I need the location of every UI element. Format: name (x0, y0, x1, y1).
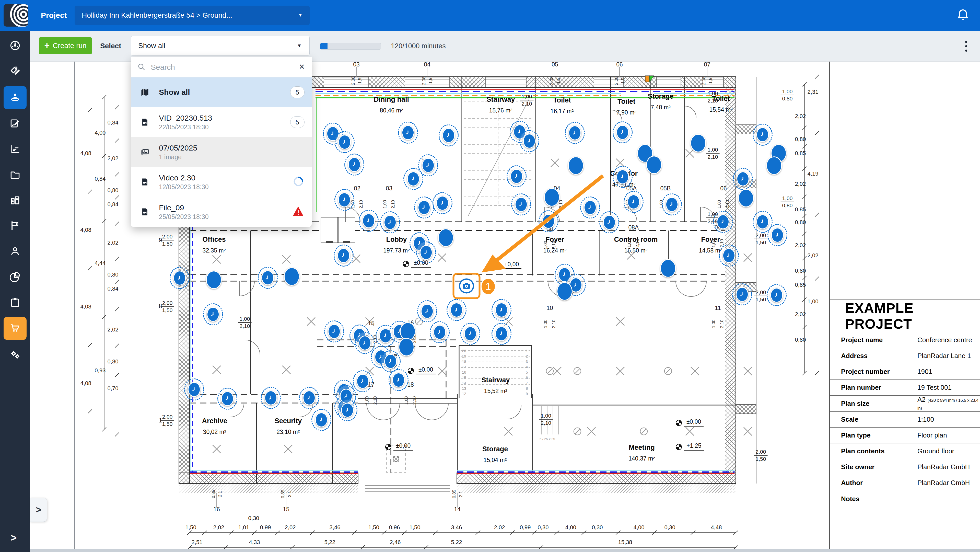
sidebar-item-clipboard[interactable] (3, 291, 27, 314)
plan-marker-dot[interactable] (766, 156, 782, 175)
plan-marker-clock[interactable] (341, 403, 354, 418)
plan-marker-clock[interactable] (402, 125, 414, 140)
plan-marker-clock[interactable] (420, 245, 433, 260)
sidebar-item-report-signature[interactable] (3, 113, 27, 135)
filter-select[interactable]: Show all ▼ (131, 36, 310, 56)
plan-marker-clock[interactable] (584, 200, 597, 215)
plan-marker-clock[interactable] (523, 134, 536, 148)
sidebar-collapse-icon[interactable]: > (11, 532, 17, 544)
plan-marker-clock[interactable] (315, 412, 328, 427)
plan-marker-clock[interactable] (495, 302, 508, 317)
plan-marker-clock[interactable] (356, 374, 369, 389)
sidebar-item-folder[interactable] (3, 164, 27, 186)
plan-marker-clock[interactable] (442, 128, 455, 143)
plan-marker-clock[interactable] (407, 172, 420, 186)
planradar-logo[interactable] (3, 4, 28, 27)
close-icon[interactable]: × (299, 61, 304, 72)
plan-marker-dot[interactable] (284, 267, 300, 286)
plan-marker-clock[interactable] (495, 326, 508, 341)
plan-marker-clock[interactable] (384, 354, 397, 369)
plan-marker-clock[interactable] (303, 390, 315, 405)
plan-marker-clock[interactable] (264, 390, 277, 405)
plus-icon: + (44, 41, 49, 50)
plan-marker-clock[interactable] (603, 215, 616, 230)
plan-marker-clock[interactable] (328, 324, 340, 339)
plan-marker-clock[interactable] (771, 228, 784, 242)
plan-marker-clock[interactable] (422, 158, 434, 173)
sidebar-item-dashboard-gauge[interactable] (3, 35, 27, 57)
plan-marker-dot[interactable] (557, 282, 573, 301)
plan-marker-clock[interactable] (450, 302, 463, 317)
plan-marker-clock[interactable] (616, 125, 629, 140)
plan-marker-clock[interactable] (756, 127, 769, 142)
plan-marker-dot[interactable] (646, 156, 662, 174)
plan-marker-clock[interactable] (362, 213, 375, 228)
sidebar-item-buildings[interactable] (3, 189, 27, 212)
sidebar-item-contact-person[interactable] (3, 240, 27, 263)
error-warning-icon (292, 206, 304, 218)
plan-marker-clock[interactable] (337, 248, 350, 263)
plan-marker-clock[interactable] (221, 391, 234, 406)
plan-marker-dot[interactable] (690, 134, 706, 152)
plan-marker-clock[interactable] (464, 326, 477, 341)
plan-marker-clock[interactable] (515, 197, 528, 212)
dropdown-item-file_09[interactable]: File_0925/05/2023 18:30 (131, 197, 312, 227)
search-input[interactable] (150, 60, 289, 75)
plan-marker-dot[interactable] (206, 270, 222, 289)
select-label: Select (100, 31, 121, 61)
plan-marker-clock[interactable] (348, 157, 361, 172)
plan-marker-clock[interactable] (188, 382, 200, 397)
plan-marker-clock[interactable] (627, 194, 640, 209)
plan-marker-dot[interactable] (568, 156, 584, 175)
create-run-button[interactable]: + Create run (39, 37, 92, 54)
plan-marker-dot[interactable] (544, 188, 560, 207)
plan-marker-clock[interactable] (616, 169, 629, 184)
plan-marker-dot[interactable] (660, 259, 676, 278)
sidebar-item-settings-gears[interactable] (3, 344, 27, 367)
sidebar-expand-tab[interactable]: > (30, 498, 47, 522)
horizontal-scrollbar[interactable] (30, 549, 980, 552)
dropdown-item-title: 07/05/2025 (159, 144, 197, 152)
sidebar-item-stats-chart[interactable] (3, 138, 27, 161)
plan-marker-clock[interactable] (418, 200, 431, 215)
plan-marker-clock[interactable] (421, 304, 434, 319)
plan-marker-clock[interactable] (717, 215, 729, 229)
plan-marker-clock[interactable] (542, 214, 555, 229)
plan-marker-dot[interactable] (399, 338, 414, 356)
plan-marker-clock[interactable] (433, 325, 446, 340)
video-file-icon (131, 118, 159, 127)
plan-marker-clock[interactable] (338, 192, 351, 207)
plan-marker-clock[interactable] (665, 197, 678, 212)
dropdown-item-show-all[interactable]: Show all5 (131, 78, 312, 107)
plan-marker-clock[interactable] (510, 169, 523, 184)
plan-marker-clock[interactable] (756, 215, 769, 229)
dropdown-item-vid_20230-513[interactable]: VID_20230.51322/05/2023 18:305 (131, 107, 312, 137)
plan-marker-clock[interactable] (722, 248, 735, 263)
notifications-bell-icon[interactable] (956, 8, 970, 22)
chevron-down-icon: ▼ (297, 36, 302, 56)
dropdown-item-video-2-30[interactable]: Video 2.3012/05/2023 18:30 (131, 167, 312, 197)
sidebar-item-pie-chart[interactable] (3, 266, 27, 289)
dropdown-item-07-05-2025[interactable]: 07/05/20251 image (131, 137, 312, 167)
more-options-kebab-icon[interactable] (961, 39, 971, 53)
sidebar-item-shopping-cart[interactable] (3, 317, 27, 340)
sidebar-item-flag[interactable] (3, 215, 27, 238)
report-signature-icon (10, 118, 21, 130)
plan-marker-dot[interactable] (738, 189, 754, 207)
plan-marker-clock[interactable] (207, 307, 220, 322)
plan-marker-clock[interactable] (358, 336, 371, 350)
plan-marker-clock[interactable] (392, 372, 405, 387)
plan-marker-clock[interactable] (384, 215, 396, 230)
plan-marker-clock[interactable] (737, 172, 749, 186)
sidebar-item-tags[interactable] (3, 60, 27, 83)
plan-marker-clock[interactable] (338, 135, 351, 150)
project-selector[interactable]: Holliday Inn Kahlenbergerstraße 54 > Gro… (75, 6, 310, 25)
plan-marker-dot[interactable] (438, 229, 454, 247)
sidebar-item-site-plan-person[interactable] (3, 86, 27, 109)
plan-marker-clock[interactable] (736, 287, 749, 302)
plan-marker-clock[interactable] (436, 196, 449, 211)
plan-marker-clock[interactable] (261, 270, 274, 285)
plan-marker-clock[interactable] (568, 126, 581, 140)
plan-marker-clock[interactable] (770, 288, 783, 302)
plan-marker-clock[interactable] (173, 270, 186, 285)
